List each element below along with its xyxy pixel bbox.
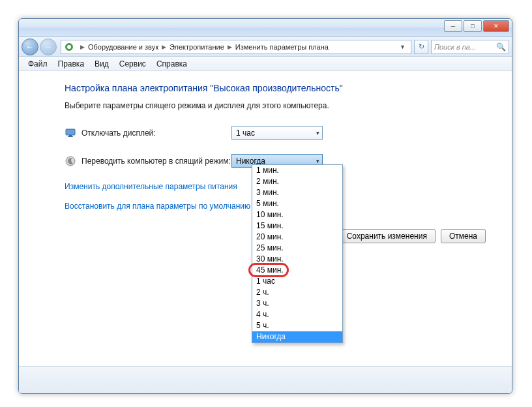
menu-bar: Файл Правка Вид Сервис Справка xyxy=(19,57,512,71)
svg-rect-4 xyxy=(68,136,73,137)
save-button[interactable]: Сохранить изменения xyxy=(338,229,436,243)
dd-option[interactable]: 1 час xyxy=(252,276,342,287)
refresh-button[interactable]: ↻ xyxy=(414,40,428,54)
svg-point-1 xyxy=(67,45,71,49)
dd-option[interactable]: 10 мин. xyxy=(252,209,342,220)
dd-option[interactable]: 15 мин. xyxy=(252,220,342,232)
dd-option[interactable]: 1 мин. xyxy=(252,165,342,176)
menu-edit[interactable]: Правка xyxy=(53,58,90,70)
search-placeholder: Поиск в па... xyxy=(434,43,476,51)
titlebar: ─ □ ✕ xyxy=(19,19,512,37)
dd-option[interactable]: 45 мин. xyxy=(252,265,342,276)
dd-option[interactable]: 2 мин. xyxy=(252,176,342,187)
menu-file[interactable]: Файл xyxy=(23,58,53,70)
dd-option[interactable]: 4 ч. xyxy=(252,309,342,320)
action-bar: Сохранить изменения Отмена xyxy=(338,229,486,243)
footer xyxy=(19,366,512,393)
dd-option[interactable]: 3 мин. xyxy=(252,187,342,198)
back-button[interactable]: ← xyxy=(22,38,38,55)
crumb-power[interactable]: Электропитание xyxy=(170,43,224,51)
dd-option[interactable]: 25 мин. xyxy=(252,243,342,254)
moon-icon xyxy=(65,155,76,167)
dd-option[interactable]: 30 мин. xyxy=(252,254,342,265)
setting-label: Переводить компьютер в спящий режим: xyxy=(81,157,231,166)
close-button[interactable]: ✕ xyxy=(483,20,509,32)
setting-label: Отключать дисплей: xyxy=(81,128,231,138)
dd-option[interactable]: 2 ч. xyxy=(252,287,342,298)
dd-option[interactable]: 3 ч. xyxy=(252,298,342,309)
menu-help[interactable]: Справка xyxy=(151,58,192,70)
svg-rect-3 xyxy=(69,135,72,136)
chevron-right-icon: ▶ xyxy=(80,44,85,50)
crumb-edit-plan[interactable]: Изменить параметры плана xyxy=(235,43,329,51)
crumb-hardware[interactable]: Оборудование и звук xyxy=(88,43,158,51)
breadcrumb-dropdown[interactable]: ▼ xyxy=(397,44,408,50)
chevron-down-icon: ▾ xyxy=(316,130,319,136)
svg-rect-2 xyxy=(66,129,75,135)
control-panel-icon xyxy=(64,42,74,52)
breadcrumb[interactable]: ▶ Оборудование и звук ▶ Электропитание ▶… xyxy=(61,40,411,54)
search-icon: 🔍 xyxy=(496,42,506,52)
menu-view[interactable]: Вид xyxy=(89,58,114,70)
dd-option[interactable]: 5 ч. xyxy=(252,320,342,331)
chevron-right-icon: ▶ xyxy=(162,44,166,50)
maximize-button[interactable]: □ xyxy=(464,20,482,32)
address-bar: ← → ▶ Оборудование и звук ▶ Электропитан… xyxy=(19,37,512,57)
chevron-right-icon: ▶ xyxy=(228,44,232,50)
forward-button[interactable]: → xyxy=(40,38,57,55)
cancel-button[interactable]: Отмена xyxy=(441,229,486,243)
combo-value: 1 час xyxy=(236,128,255,138)
menu-tools[interactable]: Сервис xyxy=(114,58,151,70)
page-title: Настройка плана электропитания "Высокая … xyxy=(65,83,486,93)
display-timeout-combo[interactable]: 1 час ▾ xyxy=(231,126,323,140)
minimize-button[interactable]: ─ xyxy=(444,20,462,32)
chevron-down-icon: ▾ xyxy=(316,158,319,164)
search-input[interactable]: Поиск в па... 🔍 xyxy=(431,40,509,54)
setting-display-off: Отключать дисплей: 1 час ▾ xyxy=(65,126,486,140)
dd-option[interactable]: 20 мин. xyxy=(252,232,342,243)
page-subtitle: Выберите параметры спящего режима и дисп… xyxy=(65,101,486,110)
dd-option[interactable]: 5 мин. xyxy=(252,198,342,209)
monitor-icon xyxy=(65,127,76,139)
sleep-timeout-dropdown-list: 1 мин. 2 мин. 3 мин. 5 мин. 10 мин. 15 м… xyxy=(252,164,343,343)
dd-option-selected[interactable]: Никогда xyxy=(252,331,342,342)
